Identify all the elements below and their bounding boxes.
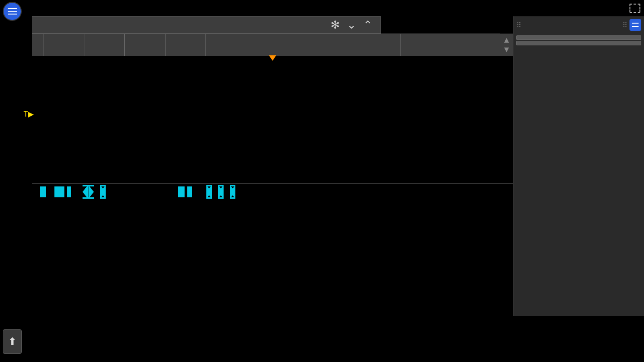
footer-buttons: ⬆ [0, 329, 644, 357]
zoom-window-icon[interactable] [629, 4, 640, 13]
decode-hex [83, 185, 94, 199]
col-dlc[interactable] [125, 34, 165, 56]
scroll-down-icon[interactable]: ▼ [503, 45, 511, 54]
channels-button[interactable] [516, 41, 641, 45]
decode-hex [100, 185, 106, 199]
col-time[interactable] [44, 34, 84, 56]
footer-menu-title [0, 316, 644, 329]
drag-handle-icon[interactable]: ⠿ [622, 21, 628, 29]
col-data[interactable] [205, 34, 400, 56]
decode-bus-row[interactable]: ⏚ [32, 183, 513, 200]
col-nmct[interactable] [165, 34, 205, 56]
col-id[interactable] [84, 34, 125, 56]
waveform-display[interactable]: T▶ ⏚ [32, 56, 513, 200]
drag-handle-icon[interactable]: ⠿ [516, 21, 522, 29]
col-crc[interactable] [400, 34, 441, 56]
decode-table: ▲ ▼ [32, 34, 513, 56]
trigger-marker-icon: T▶ [24, 110, 34, 118]
table-header-row [32, 34, 500, 56]
decode-hex [218, 185, 224, 199]
main-menu-button[interactable] [4, 3, 21, 20]
collapse-up-icon[interactable]: ⌃ [360, 19, 376, 31]
back-button[interactable]: ⬆ [3, 329, 22, 354]
decode-hex [230, 185, 235, 199]
collapse-down-icon[interactable]: ⌄ [343, 19, 360, 31]
top-status-bar [0, 0, 644, 16]
decode-hex [206, 185, 212, 199]
sidebar [513, 34, 644, 316]
sidebar-menu-button[interactable] [629, 19, 641, 31]
serial-panel-header[interactable]: ✻ ⌄ ⌃ [32, 16, 381, 34]
acquisition-button[interactable] [516, 35, 641, 40]
gear-icon[interactable]: ✻ [327, 19, 343, 31]
scroll-up-icon[interactable]: ▲ [503, 35, 511, 45]
col-errors[interactable] [441, 34, 500, 56]
table-scrollbar[interactable]: ▲ ▼ [500, 34, 513, 56]
trigger-position-icon[interactable] [269, 55, 276, 61]
